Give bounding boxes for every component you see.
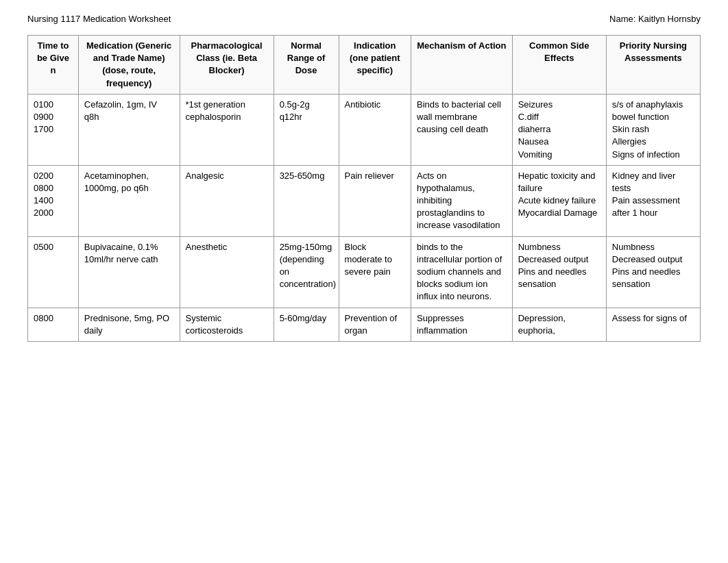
cell-indication: Prevention of organ	[339, 308, 411, 341]
table-row: 010009001700Cefazolin, 1gm, IV q8h*1st g…	[28, 94, 701, 165]
col-header-mechanism: Mechanism of Action	[411, 36, 513, 95]
cell-normal_range: 0.5g-2g q12hr	[274, 94, 339, 165]
cell-side_effects: Hepatic toxicity and failureAcute kidney…	[512, 165, 606, 236]
cell-normal_range: 25mg-150mg (depending on concentration)	[274, 236, 339, 308]
student-name: Name: Kaitlyn Hornsby	[609, 14, 701, 24]
table-row: 0500Bupivacaine, 0.1% 10ml/hr nerve cath…	[28, 236, 701, 308]
cell-medication: Bupivacaine, 0.1% 10ml/hr nerve cath	[78, 236, 180, 308]
cell-medication: Cefazolin, 1gm, IV q8h	[78, 94, 180, 165]
cell-indication: Block moderate to severe pain	[339, 236, 411, 308]
cell-time: 0800	[28, 308, 79, 341]
cell-pharma_class: Systemic corticosteroids	[180, 308, 274, 341]
col-header-pharma-class: Pharmacological Class (ie. Beta Blocker)	[180, 36, 274, 95]
cell-priority: s/s of anaphylaxisbowel functionSkin ras…	[606, 94, 700, 165]
cell-normal_range: 5-60mg/day	[274, 308, 339, 341]
cell-medication: Prednisone, 5mg, PO daily	[78, 308, 180, 341]
cell-time: 0200080014002000	[28, 165, 79, 236]
cell-mechanism: Suppresses inflammation	[411, 308, 513, 341]
cell-time: 0500	[28, 236, 79, 308]
cell-mechanism: binds to the intracellular portion of so…	[411, 236, 513, 308]
col-header-indication: Indication (one patient specific)	[339, 36, 411, 95]
col-header-normal-range: Normal Range of Dose	[274, 36, 339, 95]
col-header-priority: Priority Nursing Assessments	[606, 36, 700, 95]
table-row: 0200080014002000Acetaminophen, 1000mg, p…	[28, 165, 701, 236]
cell-priority: NumbnessDecreased outputPins and needles…	[606, 236, 700, 308]
cell-time: 010009001700	[28, 94, 79, 165]
cell-mechanism: Binds to bacterial cell wall membrane ca…	[411, 94, 513, 165]
cell-indication: Antibiotic	[339, 94, 411, 165]
cell-side_effects: SeizuresC.diffdiaherraNauseaVomiting	[512, 94, 606, 165]
cell-priority: Kidney and liver testsPain assessment af…	[606, 165, 700, 236]
cell-priority: Assess for signs of	[606, 308, 700, 341]
cell-pharma_class: *1st generation cephalosporin	[180, 94, 274, 165]
cell-pharma_class: Analgesic	[180, 165, 274, 236]
col-header-time: Time to be Give n	[28, 36, 79, 95]
col-header-medication: Medication (Generic and Trade Name) (dos…	[78, 36, 180, 95]
cell-pharma_class: Anesthetic	[180, 236, 274, 308]
cell-side_effects: Depression, euphoria,	[512, 308, 606, 341]
cell-medication: Acetaminophen, 1000mg, po q6h	[78, 165, 180, 236]
cell-side_effects: NumbnessDecreased outputPins and needles…	[512, 236, 606, 308]
table-row: 0800Prednisone, 5mg, PO dailySystemic co…	[28, 308, 701, 341]
cell-mechanism: Acts on hypothalamus, inhibiting prostag…	[411, 165, 513, 236]
cell-indication: Pain reliever	[339, 165, 411, 236]
worksheet-title: Nursing 1117 Medication Worksheet	[27, 14, 171, 24]
col-header-side-effects: Common Side Effects	[512, 36, 606, 95]
cell-normal_range: 325-650mg	[274, 165, 339, 236]
